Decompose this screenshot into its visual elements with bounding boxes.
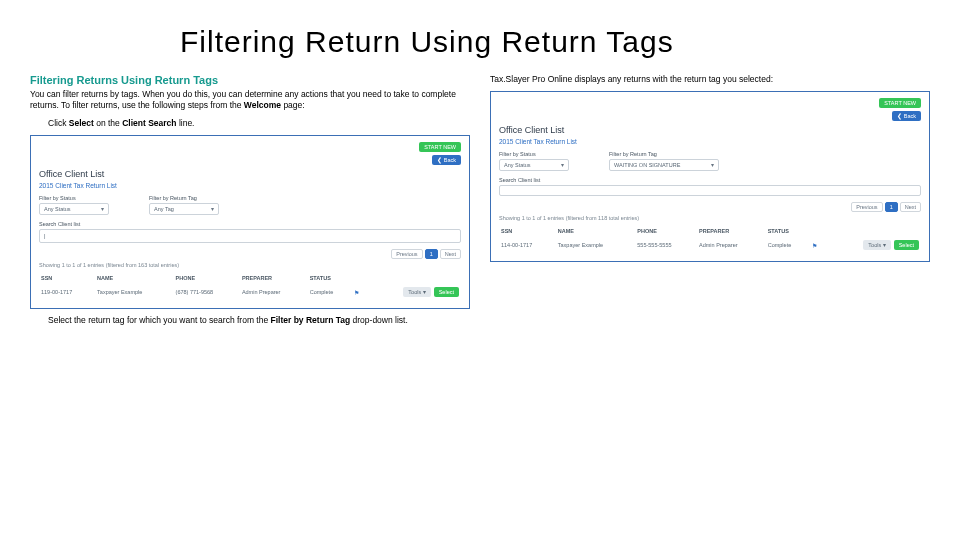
note-post: drop-down list. [350,315,408,325]
filter-tag-label: Filter by Return Tag [609,151,719,157]
col-status: STATUS [308,272,352,284]
left-heading: Filtering Returns Using Return Tags [30,74,470,86]
table-header-row: SSN NAME PHONE PREPARER STATUS [499,225,921,237]
intro-bold: Welcome [244,100,281,110]
tools-button[interactable]: Tools ▾ [863,240,890,250]
intro-post: page: [281,100,305,110]
tools-button[interactable]: Tools ▾ [403,287,430,297]
table-row: 114-00-1717 Taxpayer Example 555-555-555… [499,237,921,253]
screenshot-panel-a: START NEW ❮ Back Office Client List 2015… [30,135,470,309]
filter-tag-label: Filter by Return Tag [149,195,219,201]
filter-tag-select[interactable]: WAITING ON SIGNATURE [609,159,719,171]
showing-text: Showing 1 to 1 of 1 entries (filtered fr… [39,262,461,268]
step1-b2: Client Search [122,118,176,128]
pager-prev[interactable]: Previous [391,249,422,259]
col-preparer: PREPARER [240,272,308,284]
note-b: Filter by Return Tag [271,315,351,325]
left-column: Filtering Returns Using Return Tags You … [30,74,470,333]
cell-preparer: Admin Preparer [697,237,766,253]
table-header-row: SSN NAME PHONE PREPARER STATUS [39,272,461,284]
step-1: Click Select on the Client Search line. [48,118,470,129]
panel-heading: Office Client List [39,169,461,179]
pager-next[interactable]: Next [440,249,461,259]
cell-ssn: 114-00-1717 [499,237,556,253]
back-button[interactable]: ❮ Back [892,111,921,121]
search-label: Search Client list [39,221,461,227]
intro-paragraph: You can filter returns by tags. When you… [30,89,470,112]
filter-tag-select[interactable]: Any Tag [149,203,219,215]
flag-icon[interactable]: ⚑ [812,243,817,249]
cell-phone: 555-555-5555 [635,237,697,253]
cell-status: Complete [308,284,352,300]
back-button[interactable]: ❮ Back [432,155,461,165]
flag-icon[interactable]: ⚑ [354,290,359,296]
step1-pre: Click [48,118,69,128]
pager: Previous 1 Next [499,202,921,212]
select-button[interactable]: Select [434,287,459,297]
cell-name: Taxpayer Example [95,284,173,300]
table-row: 119-00-1717 Taxpayer Example (678) 771-9… [39,284,461,300]
showing-text: Showing 1 to 1 of 1 entries (filtered fr… [499,215,921,221]
pager-prev[interactable]: Previous [851,202,882,212]
col-ssn: SSN [499,225,556,237]
note-pre: Select the return tag for which you want… [48,315,271,325]
screenshot-panel-b: START NEW ❮ Back Office Client List 2015… [490,91,930,262]
search-input[interactable] [499,185,921,196]
pager-page-1[interactable]: 1 [885,202,898,212]
cell-preparer: Admin Preparer [240,284,308,300]
filter-status-label: Filter by Status [39,195,109,201]
right-intro: Tax.Slayer Pro Online displays any retur… [490,74,930,85]
filter-status-select[interactable]: Any Status [39,203,109,215]
note-text: Select the return tag for which you want… [48,315,470,326]
col-preparer: PREPARER [697,225,766,237]
filter-status-select[interactable]: Any Status [499,159,569,171]
col-ssn: SSN [39,272,95,284]
col-status: STATUS [766,225,810,237]
cell-phone: (678) 771-9568 [174,284,240,300]
select-button[interactable]: Select [894,240,919,250]
pager: Previous 1 Next [39,249,461,259]
panel-subheading: 2015 Client Tax Return List [499,138,921,145]
client-table: SSN NAME PHONE PREPARER STATUS 119-00-17… [39,272,461,300]
cell-name: Taxpayer Example [556,237,635,253]
panel-subheading: 2015 Client Tax Return List [39,182,461,189]
col-phone: PHONE [635,225,697,237]
slide-title: Filtering Return Using Return Tags [180,25,930,59]
step1-mid: on the [94,118,122,128]
start-new-button[interactable]: START NEW [879,98,921,108]
search-label: Search Client list [499,177,921,183]
pager-page-1[interactable]: 1 [425,249,438,259]
start-new-button[interactable]: START NEW [419,142,461,152]
cell-status: Complete [766,237,810,253]
step1-b1: Select [69,118,94,128]
search-input[interactable]: | [39,229,461,243]
client-table: SSN NAME PHONE PREPARER STATUS 114-00-17… [499,225,921,253]
right-column: Tax.Slayer Pro Online displays any retur… [490,74,930,333]
step1-post: line. [177,118,195,128]
panel-heading: Office Client List [499,125,921,135]
pager-next[interactable]: Next [900,202,921,212]
filter-status-label: Filter by Status [499,151,569,157]
col-name: NAME [95,272,173,284]
col-phone: PHONE [174,272,240,284]
cell-ssn: 119-00-1717 [39,284,95,300]
col-name: NAME [556,225,635,237]
